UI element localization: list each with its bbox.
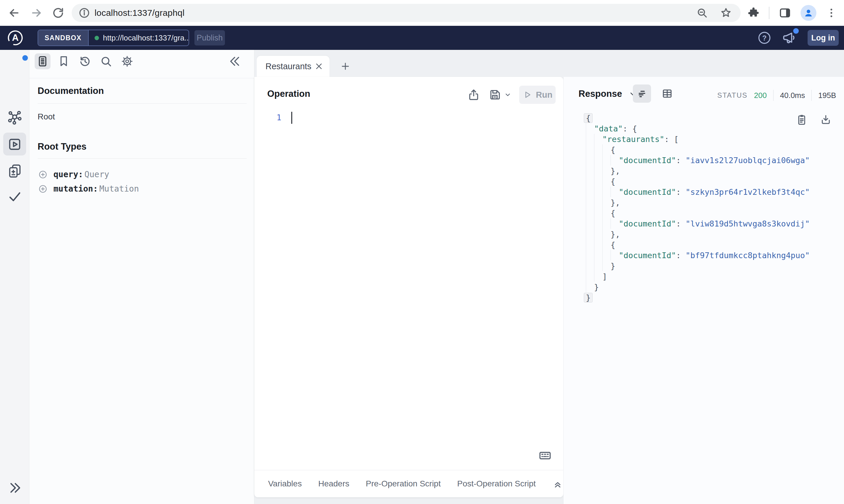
response-dropdown[interactable]: Response (579, 89, 637, 99)
root-type-query[interactable]: query: Query (38, 169, 109, 179)
chevron-down-icon (504, 91, 512, 98)
run-play-icon (522, 90, 532, 100)
response-time: 40.0ms (780, 91, 805, 100)
rail-expand-button[interactable] (0, 481, 29, 495)
view-json-button[interactable] (633, 85, 651, 103)
browser-menu-icon[interactable] (825, 7, 838, 19)
table-grid-icon (661, 87, 673, 100)
plus-circle-icon (38, 184, 48, 194)
response-json-line: "documentId": "szkyn3pr64r1v2lkebf3t4qc" (586, 186, 810, 197)
site-info-icon[interactable] (78, 7, 90, 19)
rail-item-collections[interactable] (0, 163, 29, 179)
meta-divider (811, 90, 812, 101)
doc-toolbar-divider (29, 78, 254, 78)
rail-item-schema[interactable] (0, 110, 29, 126)
doc-tab-search[interactable] (98, 53, 114, 69)
profile-avatar[interactable] (800, 5, 816, 21)
endpoint-control: SANDBOX http://localhost:1337/gra... (38, 30, 189, 46)
response-json-line: "documentId": "bf97tfdumkcc8ptahkng4puo" (586, 250, 810, 260)
browser-forward-button[interactable] (28, 4, 45, 22)
apollo-logo[interactable]: A (7, 30, 23, 46)
tab-label: Restaurants (265, 61, 311, 71)
help-icon[interactable]: ? (757, 31, 772, 45)
footer-tab-headers[interactable]: Headers (318, 479, 349, 488)
collections-diff-icon (7, 163, 23, 179)
doc-tab-bookmarks[interactable] (56, 53, 72, 69)
download-response-icon[interactable] (819, 113, 832, 126)
rail-item-explorer[interactable] (0, 137, 29, 152)
toolbar-divider (769, 7, 770, 19)
tab-restaurants[interactable]: Restaurants (257, 56, 329, 77)
gear-icon (121, 55, 134, 68)
response-json[interactable]: {"data": {"restaurants": [{"documentId":… (586, 113, 810, 303)
response-json-line: "data": { (586, 123, 810, 134)
explorer-play-icon (7, 137, 23, 152)
workspace: Documentation Root Root Types query: Que… (0, 50, 844, 504)
text-lines-icon (636, 87, 648, 100)
response-json-line: "documentId": "iavv1s2l27uoblqcjai06wga" (586, 155, 810, 165)
doc-tab-history[interactable] (77, 53, 93, 69)
response-json-line: { (586, 239, 810, 250)
address-bar[interactable]: localhost:1337/graphql (72, 4, 741, 22)
run-button[interactable]: Run (519, 86, 556, 104)
endpoint-url-input[interactable]: http://localhost:1337/gra... (103, 33, 189, 42)
zoom-out-icon[interactable] (696, 7, 708, 19)
status-label: STATUS (717, 91, 747, 100)
doc-tab-documentation[interactable] (35, 53, 51, 69)
schema-notification-dot (22, 55, 28, 61)
apollo-header: A SANDBOX http://localhost:1337/gra... P… (0, 26, 844, 50)
save-operation-button[interactable] (488, 88, 512, 102)
view-table-button[interactable] (658, 85, 676, 103)
extensions-icon[interactable] (746, 6, 760, 20)
bookmark-star-icon[interactable] (720, 6, 733, 19)
svg-text:A: A (12, 32, 19, 43)
doc-root-link[interactable]: Root (38, 112, 55, 122)
browser-chrome: localhost:1337/graphql (0, 0, 844, 26)
connection-status-dot (94, 36, 99, 40)
footer-tab-post-operation-script[interactable]: Post-Operation Script (457, 479, 536, 488)
share-operation-icon[interactable] (467, 88, 480, 102)
doc-toolbar (29, 53, 254, 74)
browser-reload-button[interactable] (49, 4, 67, 22)
chevrons-up-icon (552, 478, 563, 489)
run-label: Run (536, 90, 552, 100)
response-json-line: "restaurants": [ (586, 134, 810, 144)
reload-icon (52, 6, 65, 19)
footer-tab-variables[interactable]: Variables (268, 479, 302, 488)
root-type-mutation[interactable]: mutation: Mutation (38, 184, 139, 194)
response-json-line: ] (586, 271, 810, 282)
url-text[interactable]: localhost:1337/graphql (94, 8, 185, 18)
operation-editor[interactable] (287, 109, 557, 436)
response-json-line: { (586, 176, 810, 186)
notification-dot (793, 28, 799, 34)
type-field-name: mutation: (53, 184, 98, 194)
chevrons-right-icon (7, 481, 22, 495)
publish-button[interactable]: Publish (194, 30, 225, 46)
side-panel-icon[interactable] (778, 6, 792, 20)
tab-close-button[interactable] (315, 62, 323, 70)
response-json-line: "documentId": "lviw819d5htwvga8s3kovdij" (586, 218, 810, 229)
doc-tab-settings[interactable] (119, 53, 135, 69)
keyboard-shortcuts-icon[interactable] (537, 448, 553, 463)
response-panel: Response STATUS 200 (563, 77, 844, 504)
rail-item-checks[interactable] (0, 188, 29, 204)
checkmark-icon (7, 188, 23, 204)
response-json-line: } (586, 260, 810, 271)
new-tab-button[interactable] (337, 58, 354, 74)
editor-line-number: 1 (270, 112, 281, 123)
expand-footer-button[interactable] (552, 478, 563, 489)
left-rail (0, 50, 29, 504)
login-button[interactable]: Log in (808, 30, 839, 46)
chevrons-left-icon (228, 55, 242, 68)
schema-graph-icon (7, 110, 23, 126)
screen: localhost:1337/graphql (0, 0, 844, 504)
footer-tab-pre-operation-script[interactable]: Pre-Operation Script (366, 479, 441, 488)
documentation-panel: Documentation Root Root Types query: Que… (29, 50, 254, 504)
search-icon (100, 55, 113, 68)
browser-back-button[interactable] (5, 4, 23, 22)
meta-divider (773, 90, 774, 101)
response-json-line: { (586, 208, 810, 218)
svg-text:?: ? (762, 34, 767, 42)
announcements-megaphone-icon[interactable] (782, 30, 797, 46)
collapse-panel-button[interactable] (227, 53, 243, 69)
